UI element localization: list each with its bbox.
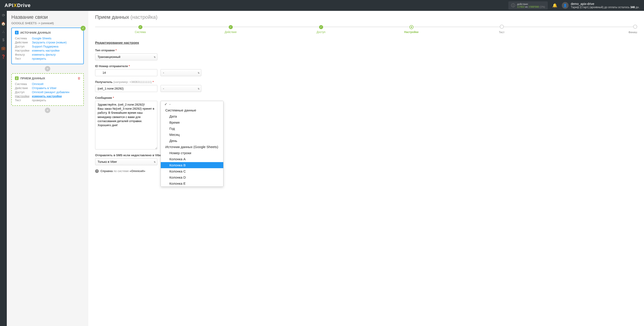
left-panel: Название связи GOOGLE SHEETS -> (omnicel… [7, 11, 88, 326]
home-icon[interactable]: 🏠 [1, 21, 6, 26]
trash-icon[interactable]: 🗑 [78, 76, 80, 80]
sender-id-input[interactable] [95, 69, 158, 76]
source-system-link[interactable]: Google Sheets [32, 37, 52, 40]
label: Система [15, 82, 32, 86]
stepper: ✓Система ✓Действие ✓Доступ Настройки Тес… [95, 25, 637, 34]
label: Настройки [15, 95, 32, 98]
avatar-icon: 👤 [562, 2, 568, 9]
user-plan: Тариф |Старт| (архивный) до оплаты остал… [571, 6, 640, 9]
actions-used: 11'653 [517, 5, 524, 8]
dest-card: 🗑 2 ПРИЕМ ДАННЫХ СистемаOmnicell Действи… [11, 73, 84, 106]
field-recipient: Получатель (например: +380631111111) * - [95, 80, 637, 92]
step-settings[interactable]: Настройки [366, 25, 456, 34]
dd-date[interactable]: Дата [161, 113, 223, 119]
dd-col-f[interactable]: Колонка F [161, 186, 223, 187]
header-right: ⓘ действия: 11'653 из 1'000'000 (1%) 🔔 👤… [508, 1, 640, 9]
refresh-icon[interactable]: ⟳ [2, 13, 5, 17]
step-line [95, 27, 637, 27]
main-panel: Прием данных (настройка) ✓Система ✓Дейст… [88, 11, 644, 326]
field-message: Сообщение * - - Системные данные Дата Вр… [95, 96, 637, 150]
add-dest-button[interactable]: + [45, 108, 50, 113]
label: Действие [15, 86, 32, 90]
dest-card-header: 2 ПРИЕМ ДАННЫХ [15, 76, 80, 80]
label: Доступ [15, 45, 32, 48]
page-title: Прием данных (настройка) [95, 14, 637, 20]
dd-year[interactable]: Год [161, 126, 223, 132]
actions-label: действия: [517, 3, 545, 5]
label: Действие [15, 41, 32, 44]
card-num-2: 2 [15, 76, 18, 80]
user-name: demo_apix-drive [571, 2, 640, 6]
field-send-type: Тип отправки * Транзакционный [95, 49, 637, 60]
actions-of: из [525, 5, 528, 8]
logo-x: X [14, 2, 17, 8]
dd-day[interactable]: День [161, 138, 223, 144]
variable-dropdown: - Системные данные Дата Время Год Месяц … [160, 101, 224, 187]
dd-row[interactable]: Номер строки [161, 150, 223, 156]
recipient-input[interactable] [95, 85, 158, 92]
question-icon: ? [95, 169, 99, 173]
user-box[interactable]: 👤 demo_apix-drive Тариф |Старт| (архивны… [562, 2, 640, 9]
dd-group-source: Источник данных (Google Sheets) [161, 144, 223, 150]
sender-id-var-select[interactable]: - [160, 69, 201, 76]
source-settings-link[interactable]: изменить настройки [32, 49, 60, 52]
actions-total: 1'000'000 [528, 5, 539, 8]
dd-col-d[interactable]: Колонка D [161, 174, 223, 180]
label: Фильтр [15, 53, 32, 56]
sidebar-nav: ⟳ 🏠 ⛬ $ 💼 ❓ [0, 11, 7, 326]
source-test-link[interactable]: проверить [32, 57, 46, 60]
check-icon: ✓ [80, 26, 86, 31]
logo-text: API [4, 2, 14, 8]
dd-col-a[interactable]: Колонка A [161, 156, 223, 162]
dd-col-b[interactable]: Колонка B [161, 162, 223, 168]
source-card-header: 1 ИСТОЧНИК ДАННЫХ [15, 31, 80, 34]
step-action[interactable]: ✓Действие [186, 25, 276, 34]
label: Настройки [15, 49, 32, 52]
container: ⟳ 🏠 ⛬ $ 💼 ❓ Название связи GOOGLE SHEETS… [0, 11, 644, 326]
logo: APIXDrive [4, 2, 30, 8]
actions-counter: ⓘ действия: 11'653 из 1'000'000 (1%) [508, 1, 548, 9]
dest-system-link[interactable]: Omnicell [32, 82, 44, 86]
field-sender-id: ID Номер отправителя * - [95, 64, 637, 76]
bell-icon[interactable]: 🔔 [552, 3, 557, 8]
dd-time[interactable]: Время [161, 119, 223, 126]
dest-test-link: проверить [32, 99, 46, 102]
user-info: demo_apix-drive Тариф |Старт| (архивный)… [571, 2, 640, 9]
step-test[interactable]: Тест [456, 25, 547, 34]
label: Тест [15, 99, 32, 102]
dest-action-link[interactable]: Отправить в Viber [32, 86, 56, 90]
dest-settings-link[interactable]: изменить настройки [32, 95, 62, 98]
connection-subtitle: GOOGLE SHEETS -> (omnicell) [11, 21, 84, 25]
send-type-select[interactable]: Транзакционный [95, 53, 158, 60]
source-action-link[interactable]: Загрузить строки (новые) [32, 41, 66, 44]
briefcase-icon[interactable]: 💼 [1, 46, 6, 50]
dd-dash[interactable]: - [161, 101, 223, 107]
card-num-1: 1 [15, 31, 18, 34]
message-textarea[interactable] [95, 101, 158, 150]
label: Тест [15, 57, 32, 60]
help-icon[interactable]: ❓ [1, 54, 6, 59]
dd-col-e[interactable]: Колонка E [161, 180, 223, 186]
dd-col-c[interactable]: Колонка C [161, 168, 223, 174]
source-access-link[interactable]: Support Поддержка [32, 45, 58, 48]
recipient-var-select[interactable]: - [160, 85, 201, 92]
dd-month[interactable]: Месяц [161, 132, 223, 138]
step-system[interactable]: ✓Система [95, 25, 186, 34]
actions-text: действия: 11'653 из 1'000'000 (1%) [517, 3, 545, 8]
sitemap-icon[interactable]: ⛬ [2, 30, 5, 34]
label: Доступ [15, 90, 32, 94]
actions-pct: (1%) [540, 5, 545, 8]
logo-text2: Drive [17, 2, 30, 8]
app-header: APIXDrive ⓘ действия: 11'653 из 1'000'00… [0, 0, 644, 11]
section-title: Редактирование настроек [95, 41, 637, 44]
sms-fallback-select[interactable]: Только в Viber [95, 158, 158, 165]
step-finish[interactable]: Финиш [547, 25, 637, 34]
info-icon: ⓘ [511, 3, 515, 8]
dest-access-link[interactable]: Omnicell (аккаунт добавлен [32, 90, 70, 94]
add-step-button[interactable]: + [45, 66, 50, 71]
step-access[interactable]: ✓Доступ [276, 25, 366, 34]
source-card: ✓ 1 ИСТОЧНИК ДАННЫХ СистемаGoogle Sheets… [11, 27, 84, 64]
label: Система [15, 37, 32, 40]
dollar-icon[interactable]: $ [2, 38, 4, 42]
source-filter-link[interactable]: изменить фильтр [32, 53, 56, 56]
